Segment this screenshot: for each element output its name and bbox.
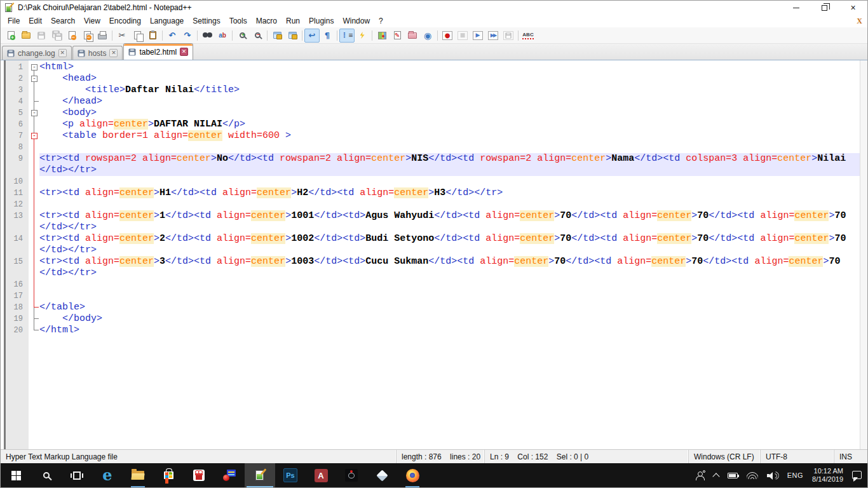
fold-marker[interactable] xyxy=(29,302,39,313)
fold-marker[interactable] xyxy=(29,268,39,279)
minimize-icon[interactable] xyxy=(782,1,810,15)
fold-marker[interactable] xyxy=(29,119,39,130)
word-wrap-button[interactable]: ↩ xyxy=(304,29,320,43)
taskbar-task-view-icon[interactable] xyxy=(62,463,92,487)
code-line[interactable]: <html> xyxy=(39,62,860,73)
code-line[interactable] xyxy=(39,176,860,187)
taskbar-firefox-icon[interactable] xyxy=(397,463,428,487)
fold-marker[interactable] xyxy=(29,325,39,336)
taskbar-edge-icon[interactable]: e xyxy=(92,463,123,487)
fold-marker[interactable]: - xyxy=(29,62,39,73)
clock[interactable]: 10:12 AM 8/14/2019 xyxy=(809,463,846,487)
menu-tools[interactable]: Tools xyxy=(225,15,252,27)
fold-marker[interactable] xyxy=(29,279,39,290)
macro-run-multiple-button[interactable]: ▶▶ xyxy=(485,29,501,43)
code-line[interactable]: <table border=1 align=center width=600 > xyxy=(39,130,860,142)
code-line[interactable]: <body> xyxy=(39,107,860,119)
menubar-close-document-button[interactable]: X xyxy=(857,17,862,26)
menu-macro[interactable]: Macro xyxy=(252,15,281,27)
code-line[interactable]: </td></tr> xyxy=(39,245,860,256)
fold-marker[interactable] xyxy=(29,153,39,165)
print-button[interactable] xyxy=(95,29,110,43)
document-map-button[interactable] xyxy=(374,29,390,43)
code-line[interactable]: </td></tr> xyxy=(39,222,860,233)
menu-help[interactable]: ? xyxy=(374,15,388,27)
macro-play-button[interactable]: ▶ xyxy=(470,29,485,43)
code-line[interactable]: </html> xyxy=(39,325,860,336)
code-area[interactable]: 1-<html>2- <head>3 <title>Daftar Nilai</… xyxy=(1,60,867,449)
fold-marker[interactable]: - xyxy=(29,73,39,85)
taskbar-gift-app-icon[interactable] xyxy=(184,463,214,487)
open-file-button[interactable] xyxy=(18,29,34,43)
code-line[interactable]: <tr><td align=center>H1</td><td align=ce… xyxy=(39,187,860,199)
menu-edit[interactable]: Edit xyxy=(24,15,46,27)
menu-run[interactable]: Run xyxy=(281,15,304,27)
zoom-in-button[interactable]: + xyxy=(234,29,250,43)
volume-icon[interactable] xyxy=(764,463,782,487)
taskbar-search-button[interactable] xyxy=(31,463,62,487)
status-eol-format[interactable]: Windows (CR LF) xyxy=(689,450,761,463)
fold-marker[interactable] xyxy=(29,245,39,256)
user-defined-dialog-button[interactable] xyxy=(355,29,370,43)
code-line[interactable]: <title>Daftar Nilai</title> xyxy=(39,85,860,96)
menu-settings[interactable]: Settings xyxy=(188,15,224,27)
tab-close-icon[interactable]: ✕ xyxy=(180,48,188,56)
status-encoding[interactable]: UTF-8 xyxy=(761,450,834,463)
document-monitoring-button[interactable]: ◉ xyxy=(420,29,435,43)
code-line[interactable]: <p align=center>DAFTAR NILAI</p> xyxy=(39,119,860,130)
redo-button[interactable]: ↷ xyxy=(180,29,195,43)
people-icon[interactable] xyxy=(693,463,708,487)
show-hidden-icons-chevron-icon[interactable] xyxy=(710,463,722,487)
code-line[interactable]: </td></tr> xyxy=(39,268,860,279)
taskbar-notepad-plus-plus-icon[interactable] xyxy=(245,463,275,487)
code-line[interactable]: </table> xyxy=(39,302,860,313)
spell-check-button[interactable]: ABC xyxy=(520,29,536,43)
new-file-button[interactable]: + xyxy=(3,29,18,43)
macro-save-button[interactable] xyxy=(501,29,516,43)
status-insert-mode[interactable]: INS xyxy=(834,450,867,463)
save-all-button[interactable] xyxy=(49,29,64,43)
code-line[interactable]: <head> xyxy=(39,73,860,85)
action-center-icon[interactable] xyxy=(849,463,865,487)
fold-marker[interactable] xyxy=(29,176,39,187)
menu-plugins[interactable]: Plugins xyxy=(304,15,338,27)
fold-marker[interactable] xyxy=(29,165,39,176)
fold-marker[interactable] xyxy=(29,290,39,302)
fold-marker[interactable] xyxy=(29,222,39,233)
code-line[interactable]: </head> xyxy=(39,96,860,107)
macro-record-button[interactable]: ● xyxy=(440,29,455,43)
fold-marker[interactable] xyxy=(29,96,39,107)
code-line[interactable] xyxy=(39,279,860,290)
close-all-button[interactable]: − xyxy=(79,29,95,43)
menu-window[interactable]: Window xyxy=(338,15,374,27)
show-all-characters-button[interactable]: ¶ xyxy=(320,29,335,43)
macro-stop-button[interactable]: ■ xyxy=(455,29,470,43)
find-button[interactable] xyxy=(200,29,215,43)
wifi-icon[interactable] xyxy=(743,463,761,487)
fold-marker[interactable] xyxy=(29,142,39,153)
fold-marker[interactable] xyxy=(29,85,39,96)
code-line[interactable] xyxy=(39,142,860,153)
code-line[interactable] xyxy=(39,199,860,210)
fold-marker[interactable]: - xyxy=(29,107,39,119)
vertical-scrollbar[interactable] xyxy=(860,60,867,449)
tab-tabel2-html[interactable]: tabel2.html✕ xyxy=(123,43,193,60)
sync-scroll-horizontal-button[interactable] xyxy=(285,29,300,43)
cut-button[interactable]: ✂ xyxy=(114,29,130,43)
taskbar-atom-app-icon[interactable] xyxy=(336,463,367,487)
indent-guide-button[interactable]: ⋮≡ xyxy=(339,29,355,43)
taskbar-wave-app-icon[interactable] xyxy=(214,463,245,487)
folder-as-workspace-button[interactable] xyxy=(405,29,420,43)
battery-icon[interactable] xyxy=(724,463,741,487)
restore-icon[interactable] xyxy=(810,1,839,15)
code-line[interactable] xyxy=(39,290,860,302)
code-line[interactable]: </body> xyxy=(39,313,860,325)
fold-marker[interactable]: - xyxy=(29,130,39,142)
menu-search[interactable]: Search xyxy=(46,15,79,27)
tab-change-log[interactable]: change.log✕ xyxy=(2,46,72,60)
language-indicator[interactable]: ENG xyxy=(784,463,806,487)
fold-marker[interactable] xyxy=(29,256,39,268)
tab-hosts[interactable]: hosts✕ xyxy=(72,46,123,60)
paste-button[interactable] xyxy=(145,29,160,43)
function-list-button[interactable]: ✎ xyxy=(390,29,405,43)
